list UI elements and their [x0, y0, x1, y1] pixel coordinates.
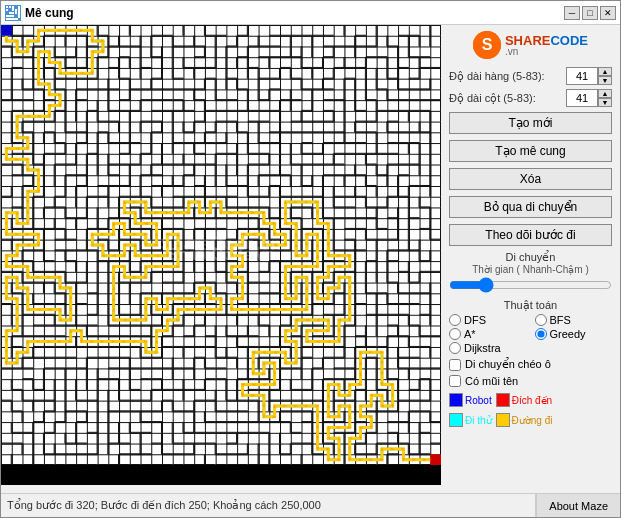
- new-button[interactable]: Tạo mới: [449, 112, 612, 134]
- diagonal-checkbox-row: Di chuyển chéo ô: [449, 358, 612, 371]
- col-label: Độ dài cột (5-83):: [449, 92, 562, 105]
- algorithm-label: Thuật toán: [449, 299, 612, 312]
- trial-color-swatch: [449, 413, 463, 427]
- logo-icon: S: [473, 31, 501, 59]
- maximize-button[interactable]: □: [582, 6, 598, 20]
- row-increment-button[interactable]: ▲: [598, 67, 612, 76]
- dest-color-swatch: [496, 393, 510, 407]
- row-label: Độ dài hàng (5-83):: [449, 70, 562, 83]
- col-spinner-buttons: ▲ ▼: [598, 89, 612, 107]
- close-button[interactable]: ✕: [600, 6, 616, 20]
- window-controls: ─ □ ✕: [564, 6, 616, 20]
- bfs-label: BFS: [550, 314, 571, 326]
- sharecode-header: S SHARECODE .vn: [449, 31, 612, 59]
- dest-legend-label: Đích đến: [512, 395, 552, 406]
- astar-option: A*: [449, 328, 527, 340]
- legend-row: Robot Đích đến: [449, 393, 612, 407]
- arrow-label: Có mũi tên: [465, 375, 518, 387]
- svg-rect-1: [6, 6, 8, 8]
- clear-button[interactable]: Xóa: [449, 168, 612, 190]
- robot-legend: Robot: [449, 393, 492, 407]
- bottom-bar: Tổng bước đi 320; Bước đi đến đích 250; …: [1, 493, 620, 517]
- svg-text:S: S: [482, 36, 493, 53]
- generate-button[interactable]: Tạo mê cung: [449, 140, 612, 162]
- astar-radio[interactable]: [449, 328, 461, 340]
- svg-rect-4: [12, 6, 14, 11]
- dfs-radio[interactable]: [449, 314, 461, 326]
- window-title: Mê cung: [25, 6, 74, 20]
- maze-container: ShareCode.vn // This will be rendered as…: [1, 25, 441, 485]
- path-legend: Đường đi: [496, 413, 553, 427]
- robot-legend-label: Robot: [465, 395, 492, 406]
- titlebar: Mê cung ─ □ ✕: [1, 1, 620, 25]
- robot-color-swatch: [449, 393, 463, 407]
- trial-legend-label: Đi thử: [465, 415, 492, 426]
- astar-label: A*: [464, 328, 476, 340]
- svg-rect-2: [9, 6, 11, 8]
- status-text: Tổng bước đi 320; Bước đi đến đích 250; …: [7, 499, 321, 512]
- arrow-checkbox[interactable]: [449, 375, 461, 387]
- dfs-label: DFS: [464, 314, 486, 326]
- status-area: Tổng bước đi 320; Bước đi đến đích 250; …: [1, 494, 536, 517]
- algorithm-section: Thuật toán DFS BFS A*: [449, 299, 612, 354]
- col-input[interactable]: 41: [566, 89, 598, 107]
- titlebar-left: Mê cung: [5, 5, 74, 21]
- row-decrement-button[interactable]: ▼: [598, 76, 612, 85]
- maze-display: [1, 25, 441, 465]
- svg-rect-3: [6, 9, 8, 11]
- logo-domain: .vn: [505, 47, 588, 57]
- col-spinner: 41 ▲ ▼: [566, 89, 612, 107]
- greedy-radio[interactable]: [535, 328, 547, 340]
- col-increment-button[interactable]: ▲: [598, 89, 612, 98]
- path-color-swatch: [496, 413, 510, 427]
- dijkstra-label: Dijkstra: [464, 342, 501, 354]
- movement-section: Di chuyển Thời gian ( Nhanh-Chậm ): [449, 251, 612, 295]
- arrow-checkbox-row: Có mũi tên: [449, 375, 612, 387]
- col-field-row: Độ dài cột (5-83): 41 ▲ ▼: [449, 89, 612, 107]
- greedy-option: Greedy: [535, 328, 613, 340]
- svg-rect-7: [6, 15, 14, 17]
- logo-text-group: SHARECODE .vn: [505, 34, 588, 57]
- svg-rect-5: [9, 12, 14, 14]
- follow-button[interactable]: Theo dõi bước đi: [449, 224, 612, 246]
- svg-rect-9: [6, 18, 18, 20]
- sharecode-logo: S SHARECODE .vn: [473, 31, 588, 59]
- dijkstra-option: Dijkstra: [449, 342, 527, 354]
- dest-legend: Đích đến: [496, 393, 552, 407]
- app-icon: [5, 5, 21, 21]
- main-window: Mê cung ─ □ ✕ ShareCode.vn // This will …: [0, 0, 621, 518]
- main-area: ShareCode.vn // This will be rendered as…: [1, 25, 620, 493]
- svg-rect-8: [18, 6, 20, 18]
- logo-name: SHARECODE: [505, 34, 588, 47]
- row-spinner: 41 ▲ ▼: [566, 67, 612, 85]
- time-label: Thời gian ( Nhanh-Chậm ): [449, 264, 612, 275]
- about-area: About Maze: [536, 494, 620, 517]
- path-legend-label: Đường đi: [512, 415, 553, 426]
- about-button[interactable]: About Maze: [536, 494, 620, 517]
- right-panel: S SHARECODE .vn Độ dài hàng (5-83): 41 ▲: [441, 25, 620, 493]
- minimize-button[interactable]: ─: [564, 6, 580, 20]
- row-input[interactable]: 41: [566, 67, 598, 85]
- speed-slider[interactable]: [449, 277, 612, 293]
- movement-label: Di chuyển: [449, 251, 612, 264]
- row-spinner-buttons: ▲ ▼: [598, 67, 612, 85]
- dfs-option: DFS: [449, 314, 527, 326]
- diagonal-checkbox[interactable]: [449, 359, 461, 371]
- greedy-label: Greedy: [550, 328, 586, 340]
- row-field-row: Độ dài hàng (5-83): 41 ▲ ▼: [449, 67, 612, 85]
- col-decrement-button[interactable]: ▼: [598, 98, 612, 107]
- diagonal-label: Di chuyển chéo ô: [465, 358, 551, 371]
- skip-button[interactable]: Bỏ qua di chuyển: [449, 196, 612, 218]
- dijkstra-radio[interactable]: [449, 342, 461, 354]
- bfs-radio[interactable]: [535, 314, 547, 326]
- algorithm-grid: DFS BFS A* Greedy: [449, 314, 612, 354]
- svg-rect-6: [15, 9, 17, 14]
- bfs-option: BFS: [535, 314, 613, 326]
- trial-legend: Đi thử: [449, 413, 492, 427]
- legend-row-2: Đi thử Đường đi: [449, 413, 612, 427]
